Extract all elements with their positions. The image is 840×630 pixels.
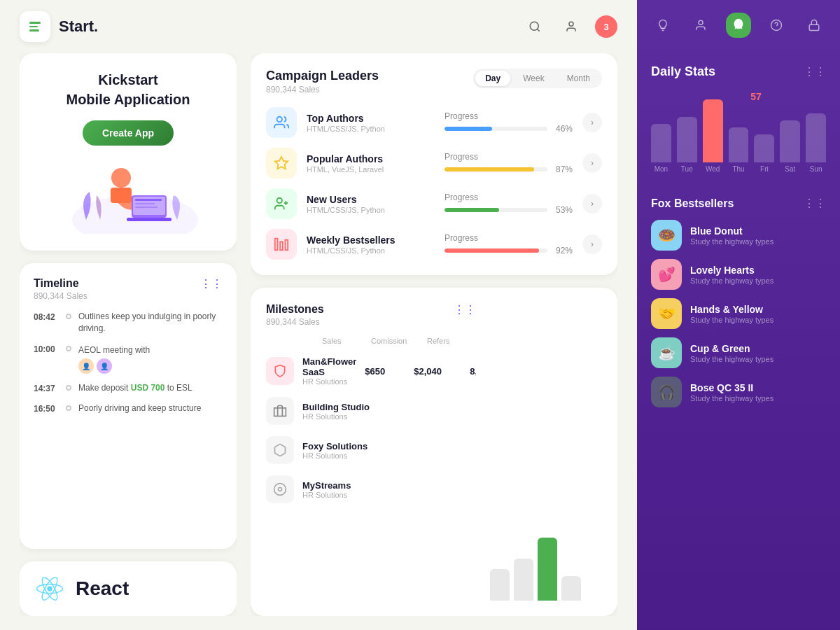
bar-sun-fill bbox=[806, 113, 826, 162]
fox-item-bose[interactable]: 🎧 Bose QC 35 II Study the highway types bbox=[651, 377, 826, 407]
bar-sat: Sat bbox=[780, 120, 800, 173]
timeline-item: 08:42 Outlines keep you indulging in poo… bbox=[34, 311, 223, 335]
weekly-bestsellers-progress: Progress 92% bbox=[444, 233, 573, 255]
fox-item-lovely-hearts[interactable]: 💕 Lovely Hearts Study the highway types bbox=[651, 259, 826, 290]
blue-donut-info: Blue Donut Study the highway types bbox=[690, 225, 826, 246]
progress-bar bbox=[444, 208, 547, 212]
campaign-row-new-users: New Users HTML/CSS/JS, Python Progress 5… bbox=[266, 188, 602, 219]
period-week-button[interactable]: Week bbox=[513, 71, 554, 86]
timeline-subtitle: 890,344 Sales bbox=[34, 291, 88, 301]
mini-bar-4 bbox=[561, 576, 581, 601]
bar-mon-label: Mon bbox=[654, 165, 668, 173]
header: Start. 3 bbox=[0, 0, 637, 53]
svg-rect-24 bbox=[274, 408, 286, 416]
campaign-row-arrow[interactable]: › bbox=[582, 234, 602, 254]
foxy-icon bbox=[266, 436, 294, 464]
manflower-icon bbox=[266, 357, 294, 385]
timeline-text: Make deposit USD 700 to ESL bbox=[78, 382, 192, 394]
lovely-hearts-info: Lovely Hearts Study the highway types bbox=[690, 265, 826, 285]
nav-icon-question[interactable] bbox=[764, 13, 789, 38]
avatar-2: 👤 bbox=[97, 358, 112, 374]
bar-mon: Mon bbox=[651, 124, 671, 173]
nav-icon-person[interactable] bbox=[688, 13, 713, 38]
kickstart-card: Kickstart Mobile Application Create App bbox=[20, 53, 237, 251]
search-button[interactable] bbox=[522, 14, 547, 39]
campaign-row-arrow[interactable]: › bbox=[582, 153, 602, 173]
nav-icon-fox[interactable] bbox=[726, 13, 751, 38]
bose-info: Bose QC 35 II Study the highway types bbox=[690, 382, 826, 402]
timeline-title: Timeline bbox=[34, 277, 88, 290]
kickstart-title: Kickstart Mobile Application bbox=[36, 70, 220, 109]
svg-line-1 bbox=[537, 29, 539, 31]
bar-sat-fill bbox=[780, 120, 800, 162]
mini-bar-2 bbox=[514, 559, 533, 601]
react-atom-icon bbox=[34, 573, 66, 605]
commission-col-header: Comission bbox=[371, 337, 413, 345]
manflower-sales: $650 bbox=[365, 366, 400, 377]
progress-label: Progress bbox=[444, 152, 573, 162]
brand-name: Start. bbox=[59, 18, 98, 36]
bar-fri-fill bbox=[754, 134, 774, 162]
progress-label: Progress bbox=[444, 192, 573, 202]
cup-green-info: Cup & Green Study the highway types bbox=[690, 343, 826, 363]
progress-fill bbox=[444, 208, 499, 212]
period-day-button[interactable]: Day bbox=[475, 71, 510, 86]
stats-menu[interactable]: ⋮⋮ bbox=[804, 65, 826, 78]
react-badge: React bbox=[20, 561, 237, 616]
profile-button[interactable] bbox=[559, 14, 584, 39]
campaign-subtitle: 890,344 Sales bbox=[266, 85, 379, 94]
bar-thu-label: Thu bbox=[732, 165, 744, 173]
logo-line-2 bbox=[29, 26, 38, 28]
notification-badge[interactable]: 3 bbox=[595, 15, 617, 38]
timeline-item: 10:00 AEOL meeting with 👤 👤 bbox=[34, 343, 223, 374]
top-authors-icon bbox=[266, 107, 297, 138]
manflower-commission: $2,040 bbox=[414, 366, 456, 377]
progress-bar bbox=[444, 167, 547, 172]
svg-point-0 bbox=[530, 22, 538, 30]
timeline-dot bbox=[66, 346, 71, 351]
cup-green-thumb: ☕ bbox=[651, 337, 682, 368]
popular-authors-tech: HTML, VueJS, Laravel bbox=[307, 165, 435, 174]
logo-line-1 bbox=[29, 22, 41, 24]
fox-item-hands-yellow[interactable]: 🤝 Hands & Yellow Study the highway types bbox=[651, 298, 826, 329]
fox-items-list: 🍩 Blue Donut Study the highway types 💕 L… bbox=[651, 220, 826, 407]
campaign-row-arrow[interactable]: › bbox=[582, 194, 602, 214]
top-authors-name: Top Authors bbox=[307, 113, 435, 124]
nav-icon-lock[interactable] bbox=[802, 13, 827, 38]
right-panel: Daily Stats ⋮⋮ 57 Mon Tue Wed Thu bbox=[637, 0, 840, 630]
sales-col-header: Sales bbox=[322, 337, 357, 345]
bar-sun: Sun bbox=[806, 113, 826, 173]
bar-tue: Tue bbox=[677, 117, 697, 173]
building-studio-name: Building Studio bbox=[302, 402, 476, 412]
progress-pct: 53% bbox=[553, 205, 573, 215]
svg-rect-30 bbox=[809, 24, 819, 30]
fox-menu[interactable]: ⋮⋮ bbox=[804, 197, 826, 210]
milestone-rows: Man&Flower SaaS HR Solutions $650 $2,040… bbox=[266, 356, 476, 503]
building-studio-info: Building Studio HR Solutions bbox=[302, 402, 476, 421]
weekly-bestsellers-info: Weekly Bestsellers HTML/CSS/JS, Python bbox=[307, 234, 435, 255]
fox-item-blue-donut[interactable]: 🍩 Blue Donut Study the highway types bbox=[651, 220, 826, 251]
create-app-button[interactable]: Create App bbox=[83, 120, 174, 146]
manflower-sub: HR Solutions bbox=[302, 377, 356, 386]
refers-col-header: Refers bbox=[427, 337, 449, 345]
weekly-bestsellers-icon bbox=[266, 229, 297, 260]
timeline-menu[interactable]: ⋮⋮ bbox=[200, 277, 223, 290]
cup-green-name: Cup & Green bbox=[690, 343, 826, 354]
fox-header: Fox Bestsellers ⋮⋮ bbox=[651, 197, 826, 210]
new-users-info: New Users HTML/CSS/JS, Python bbox=[307, 194, 435, 214]
progress-fill bbox=[444, 167, 534, 172]
fox-item-cup-green[interactable]: ☕ Cup & Green Study the highway types bbox=[651, 337, 826, 368]
svg-rect-11 bbox=[135, 206, 158, 208]
milestones-chart bbox=[490, 303, 602, 601]
period-month-button[interactable]: Month bbox=[557, 71, 600, 86]
logo-line-3 bbox=[29, 29, 39, 31]
content-grid: Kickstart Mobile Application Create App bbox=[0, 53, 637, 630]
svg-point-16 bbox=[277, 117, 282, 122]
campaign-row-arrow[interactable]: › bbox=[582, 113, 602, 132]
nav-icon-bulb[interactable] bbox=[650, 13, 676, 38]
lovely-hearts-name: Lovely Hearts bbox=[690, 265, 826, 276]
svg-point-12 bbox=[47, 586, 52, 591]
timeline-text: Poorly driving and keep structure bbox=[78, 402, 201, 414]
timeline-dot bbox=[66, 314, 71, 319]
milestones-menu[interactable]: ⋮⋮ bbox=[454, 303, 476, 316]
